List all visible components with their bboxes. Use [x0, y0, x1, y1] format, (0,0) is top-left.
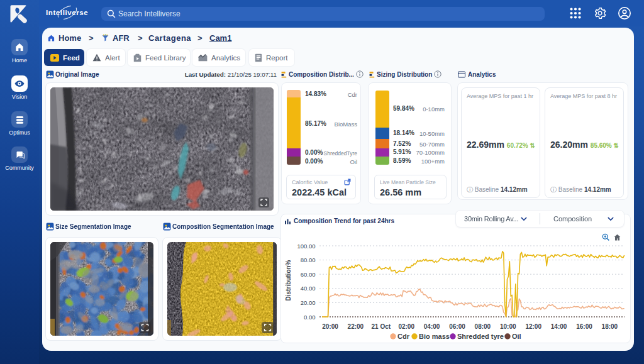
- svg-text:Shredded tyre: Shredded tyre: [457, 333, 504, 340]
- svg-text:06:00: 06:00: [449, 323, 465, 330]
- svg-text:80.00: 80.00: [301, 256, 316, 263]
- svg-text:0.00: 0.00: [304, 314, 316, 321]
- svg-text:16:00: 16:00: [576, 323, 592, 330]
- svg-text:100.00: 100.00: [297, 243, 315, 250]
- svg-text:Bio mass: Bio mass: [419, 333, 450, 340]
- svg-text:12:00: 12:00: [525, 323, 541, 330]
- svg-text:08:00: 08:00: [475, 323, 491, 330]
- svg-text:Distribution%: Distribution%: [285, 260, 292, 301]
- svg-text:21 Oct: 21 Oct: [372, 323, 391, 330]
- svg-text:10:00: 10:00: [500, 323, 516, 330]
- svg-text:20.00: 20.00: [301, 299, 316, 306]
- svg-text:22:00: 22:00: [348, 323, 364, 330]
- svg-text:02:00: 02:00: [398, 323, 414, 330]
- svg-text:Cdr: Cdr: [397, 333, 410, 340]
- svg-text:20:00: 20:00: [322, 323, 338, 330]
- svg-text:18:00: 18:00: [602, 323, 618, 330]
- svg-text:60.00: 60.00: [301, 271, 316, 278]
- svg-text:40.00: 40.00: [301, 285, 316, 292]
- svg-text:04:00: 04:00: [424, 323, 440, 330]
- svg-text:Oil: Oil: [512, 333, 521, 340]
- svg-text:14:00: 14:00: [551, 323, 567, 330]
